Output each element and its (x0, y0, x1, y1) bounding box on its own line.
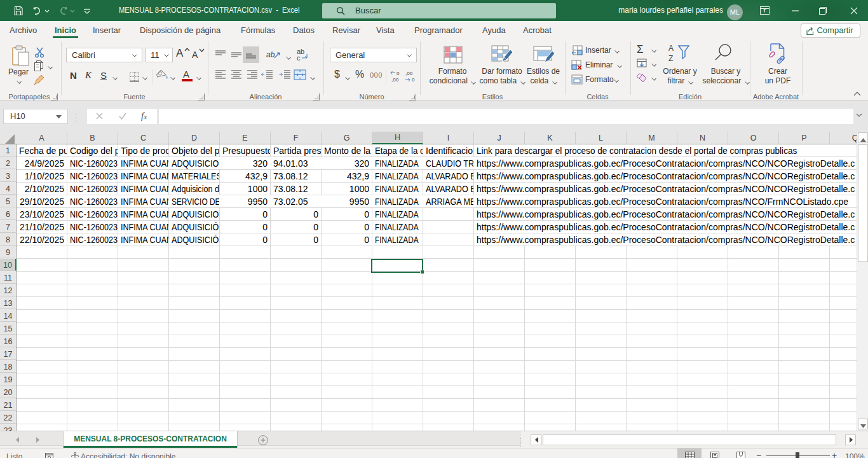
svg-text:0: 0 (397, 71, 400, 76)
svg-text:,00: ,00 (391, 77, 399, 83)
svg-text:ab: ab (266, 50, 275, 59)
svg-text:,00: ,00 (405, 71, 413, 76)
svg-text:A: A (668, 44, 674, 53)
svg-text:Z: Z (668, 54, 673, 63)
svg-text:0: 0 (412, 77, 415, 83)
svg-text:c: c (297, 54, 301, 62)
